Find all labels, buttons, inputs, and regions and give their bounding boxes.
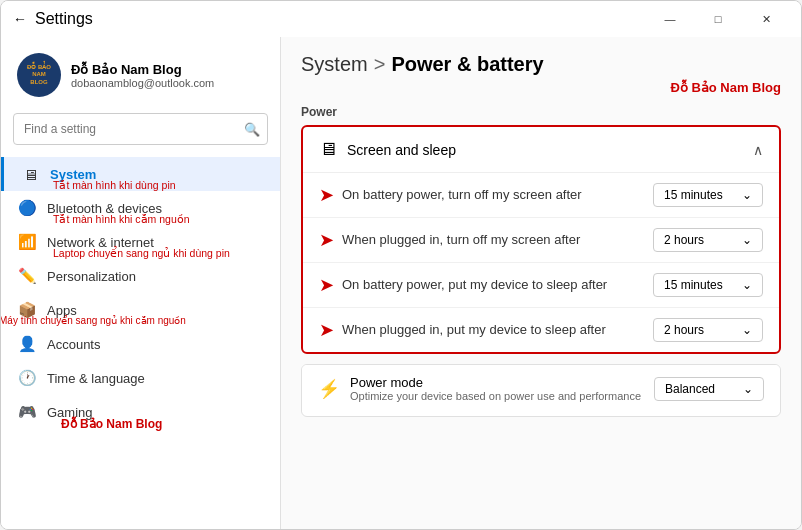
sidebar-label-bluetooth: Bluetooth & devices (47, 201, 162, 216)
title-bar: ← Settings — □ ✕ (1, 1, 801, 37)
settings-window: ← Settings — □ ✕ ĐỖ BẢONAMBLOG Đỗ Bảo Na… (0, 0, 802, 530)
dropdown-chevron-1: ⌄ (742, 188, 752, 202)
screen-sleep-title: Screen and sleep (347, 142, 456, 158)
arrow-icon-3: ➤ (319, 274, 334, 296)
sidebar-label-network: Network & internet (47, 235, 154, 250)
time-icon: 🕐 (17, 368, 37, 388)
title-bar-left: ← Settings (13, 10, 93, 28)
maximize-button[interactable]: □ (695, 5, 741, 33)
sidebar-item-personalization[interactable]: ✏️ Personalization Laptop chuyển sang ng… (1, 259, 280, 293)
row-label-2: When plugged in, turn off my screen afte… (342, 231, 653, 249)
dropdown-sleep-battery[interactable]: 15 minutes ⌄ (653, 273, 763, 297)
avatar: ĐỖ BẢONAMBLOG (17, 53, 61, 97)
back-icon[interactable]: ← (13, 11, 27, 27)
sidebar-item-network[interactable]: 📶 Network & internet Tắt màn hình khi cắ… (1, 225, 280, 259)
sidebar-item-time[interactable]: 🕐 Time & language (1, 361, 280, 395)
dropdown-value-4: 2 hours (664, 323, 704, 337)
dropdown-chevron-4: ⌄ (742, 323, 752, 337)
dropdown-value-2: 2 hours (664, 233, 704, 247)
sidebar-item-accounts[interactable]: 👤 Accounts Máy tính chuyển sang ngủ khi … (1, 327, 280, 361)
user-name: Đỗ Bảo Nam Blog (71, 62, 214, 77)
power-mode-info: Power mode Optimize your device based on… (350, 375, 641, 402)
dropdown-value-3: 15 minutes (664, 278, 723, 292)
gaming-icon: 🎮 (17, 402, 37, 422)
dropdown-screen-plugged[interactable]: 2 hours ⌄ (653, 228, 763, 252)
bluetooth-icon: 🔵 (17, 198, 37, 218)
dropdown-sleep-plugged[interactable]: 2 hours ⌄ (653, 318, 763, 342)
brand-tag: Đỗ Bảo Nam Blog (301, 80, 781, 95)
power-mode-left: ⚡ Power mode Optimize your device based … (318, 375, 641, 402)
arrow-icon-4: ➤ (319, 319, 334, 341)
sidebar-label-apps: Apps (47, 303, 77, 318)
section-label-power: Power (301, 105, 781, 119)
main-panel: System > Power & battery Đỗ Bảo Nam Blog… (281, 37, 801, 529)
user-profile: ĐỖ BẢONAMBLOG Đỗ Bảo Nam Blog dobaonambl… (1, 45, 280, 113)
sidebar-item-gaming[interactable]: 🎮 Gaming Đỗ Bảo Nam Blog (1, 395, 280, 429)
title-bar-title: Settings (35, 10, 93, 28)
close-button[interactable]: ✕ (743, 5, 789, 33)
dropdown-power-mode[interactable]: Balanced ⌄ (654, 377, 764, 401)
row-label-4: When plugged in, put my device to sleep … (342, 321, 653, 339)
power-mode-icon: ⚡ (318, 378, 340, 400)
content-area: ĐỖ BẢONAMBLOG Đỗ Bảo Nam Blog dobaonambl… (1, 37, 801, 529)
row-screen-battery: ➤ On battery power, turn off my screen a… (303, 173, 779, 218)
window-controls: — □ ✕ (647, 5, 789, 33)
sidebar-label-time: Time & language (47, 371, 145, 386)
row-sleep-plugged: ➤ When plugged in, put my device to slee… (303, 308, 779, 352)
sidebar-item-apps[interactable]: 📦 Apps (1, 293, 280, 327)
gaming-brand-tag: Đỗ Bảo Nam Blog (61, 417, 162, 431)
search-icon: 🔍 (244, 122, 260, 137)
card-header-left: 🖥 Screen and sleep (319, 139, 456, 160)
search-box[interactable]: 🔍 (13, 113, 268, 145)
dropdown-chevron-power: ⌄ (743, 382, 753, 396)
sidebar-label-accounts: Accounts (47, 337, 100, 352)
breadcrumb-separator: > (374, 53, 386, 76)
sidebar-label-personalization: Personalization (47, 269, 136, 284)
screen-sleep-icon: 🖥 (319, 139, 337, 160)
arrow-icon-1: ➤ (319, 184, 334, 206)
power-mode-subtitle: Optimize your device based on power use … (350, 390, 641, 402)
breadcrumb-current: Power & battery (391, 53, 543, 76)
sidebar: ĐỖ BẢONAMBLOG Đỗ Bảo Nam Blog dobaonambl… (1, 37, 281, 529)
dropdown-chevron-3: ⌄ (742, 278, 752, 292)
row-label-3: On battery power, put my device to sleep… (342, 276, 653, 294)
minimize-button[interactable]: — (647, 5, 693, 33)
power-mode-title: Power mode (350, 375, 641, 390)
sidebar-item-bluetooth[interactable]: 🔵 Bluetooth & devices Tắt màn hình khi d… (1, 191, 280, 225)
breadcrumb: System > Power & battery (301, 53, 781, 76)
system-icon: 🖥 (20, 164, 40, 184)
row-screen-plugged: ➤ When plugged in, turn off my screen af… (303, 218, 779, 263)
sidebar-label-system: System (50, 167, 96, 182)
network-icon: 📶 (17, 232, 37, 252)
dropdown-chevron-2: ⌄ (742, 233, 752, 247)
power-mode-value: Balanced (665, 382, 715, 396)
arrow-icon-2: ➤ (319, 229, 334, 251)
power-mode-row: ⚡ Power mode Optimize your device based … (302, 365, 780, 412)
breadcrumb-parent: System (301, 53, 368, 76)
user-info: Đỗ Bảo Nam Blog dobaonamblog@outlook.com (71, 62, 214, 89)
dropdown-value-1: 15 minutes (664, 188, 723, 202)
screen-sleep-card: 🖥 Screen and sleep ∧ ➤ On battery power,… (301, 125, 781, 354)
row-sleep-battery: ➤ On battery power, put my device to sle… (303, 263, 779, 308)
row-label-1: On battery power, turn off my screen aft… (342, 186, 653, 204)
accounts-icon: 👤 (17, 334, 37, 354)
power-mode-card: ⚡ Power mode Optimize your device based … (301, 364, 781, 417)
search-input[interactable] (13, 113, 268, 145)
chevron-up-icon: ∧ (753, 142, 763, 158)
dropdown-screen-battery[interactable]: 15 minutes ⌄ (653, 183, 763, 207)
personalization-icon: ✏️ (17, 266, 37, 286)
apps-icon: 📦 (17, 300, 37, 320)
user-email: dobaonamblog@outlook.com (71, 77, 214, 89)
sidebar-item-system[interactable]: 🖥 System (1, 157, 280, 191)
card-header[interactable]: 🖥 Screen and sleep ∧ (303, 127, 779, 173)
